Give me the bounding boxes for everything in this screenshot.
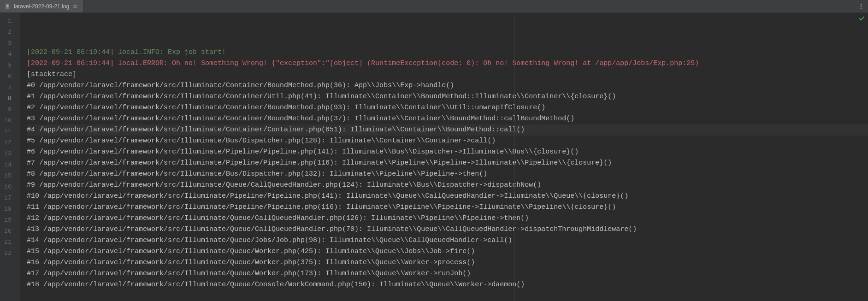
kebab-menu-icon[interactable] bbox=[857, 2, 865, 11]
code-line: #5 /app/vendor/laravel/framework/src/Ill… bbox=[27, 136, 868, 147]
line-number: 8 bbox=[4, 93, 12, 104]
line-number: 13 bbox=[4, 148, 12, 159]
line-number: 18 bbox=[4, 204, 12, 215]
file-tab-label: laravel-2022-09-21.log bbox=[14, 3, 69, 10]
svg-rect-2 bbox=[6, 6, 8, 6]
tab-bar: laravel-2022-09-21.log bbox=[0, 0, 868, 13]
wrap-guide bbox=[514, 13, 515, 301]
line-number: 7 bbox=[4, 82, 12, 93]
line-number: 16 bbox=[4, 182, 12, 193]
code-line: #4 /app/vendor/laravel/framework/src/Ill… bbox=[27, 124, 868, 136]
tab-bar-actions bbox=[857, 2, 868, 11]
code-line: #8 /app/vendor/laravel/framework/src/Ill… bbox=[27, 169, 868, 180]
code-line: #18 /app/vendor/laravel/framework/src/Il… bbox=[27, 279, 868, 290]
code-line: [2022-09-21 06:19:44] local.ERROR: Oh no… bbox=[27, 58, 868, 69]
editor-area[interactable]: 12345678910111213141516171819202122 [202… bbox=[0, 13, 868, 301]
inspection-ok-icon[interactable] bbox=[858, 15, 865, 22]
line-number: 6 bbox=[4, 71, 12, 82]
line-number: 17 bbox=[4, 193, 12, 204]
svg-rect-1 bbox=[6, 5, 8, 5]
code-line: #17 /app/vendor/laravel/framework/src/Il… bbox=[27, 268, 868, 279]
code-line: #3 /app/vendor/laravel/framework/src/Ill… bbox=[27, 113, 868, 124]
line-number: 14 bbox=[4, 159, 12, 171]
line-number: 22 bbox=[4, 248, 12, 259]
code-line: #15 /app/vendor/laravel/framework/src/Il… bbox=[27, 246, 868, 257]
line-number: 1 bbox=[4, 16, 12, 27]
svg-point-5 bbox=[861, 6, 862, 6]
code-line: #13 /app/vendor/laravel/framework/src/Il… bbox=[27, 224, 868, 235]
line-number: 19 bbox=[4, 215, 12, 226]
code-line: #0 /app/vendor/laravel/framework/src/Ill… bbox=[27, 80, 868, 91]
line-number: 2 bbox=[4, 27, 12, 38]
code-line: #12 /app/vendor/laravel/framework/src/Il… bbox=[27, 213, 868, 224]
line-number: 10 bbox=[4, 115, 12, 126]
line-number: 21 bbox=[4, 237, 12, 248]
code-line: #16 /app/vendor/laravel/framework/src/Il… bbox=[27, 257, 868, 268]
code-line: [2022-09-21 06:19:44] local.INFO: Exp jo… bbox=[27, 47, 868, 58]
svg-point-6 bbox=[861, 7, 862, 8]
line-number: 9 bbox=[4, 104, 12, 115]
code-line: #6 /app/vendor/laravel/framework/src/Ill… bbox=[27, 147, 868, 158]
code-line: #7 /app/vendor/laravel/framework/src/Ill… bbox=[27, 158, 868, 169]
line-number: 20 bbox=[4, 226, 12, 237]
line-number: 3 bbox=[4, 38, 12, 49]
line-gutter: 12345678910111213141516171819202122 bbox=[0, 13, 20, 301]
svg-point-4 bbox=[861, 4, 862, 5]
line-number: 15 bbox=[4, 171, 12, 182]
line-number: 11 bbox=[4, 126, 12, 137]
line-number: 4 bbox=[4, 49, 12, 60]
code-line: [stacktrace] bbox=[27, 69, 868, 80]
line-number: 5 bbox=[4, 60, 12, 71]
code-line: #2 /app/vendor/laravel/framework/src/Ill… bbox=[27, 102, 868, 113]
code-content[interactable]: [2022-09-21 06:19:44] local.INFO: Exp jo… bbox=[20, 13, 868, 301]
svg-rect-3 bbox=[6, 6, 8, 7]
code-line: #10 /app/vendor/laravel/framework/src/Il… bbox=[27, 191, 868, 202]
file-tab[interactable]: laravel-2022-09-21.log bbox=[0, 0, 83, 12]
code-line: #1 /app/vendor/laravel/framework/src/Ill… bbox=[27, 91, 868, 102]
file-log-icon bbox=[5, 3, 11, 10]
close-icon[interactable] bbox=[72, 3, 78, 10]
line-number: 12 bbox=[4, 137, 12, 148]
code-line: #11 /app/vendor/laravel/framework/src/Il… bbox=[27, 202, 868, 213]
code-line: #9 /app/vendor/laravel/framework/src/Ill… bbox=[27, 180, 868, 191]
code-line: #14 /app/vendor/laravel/framework/src/Il… bbox=[27, 235, 868, 246]
